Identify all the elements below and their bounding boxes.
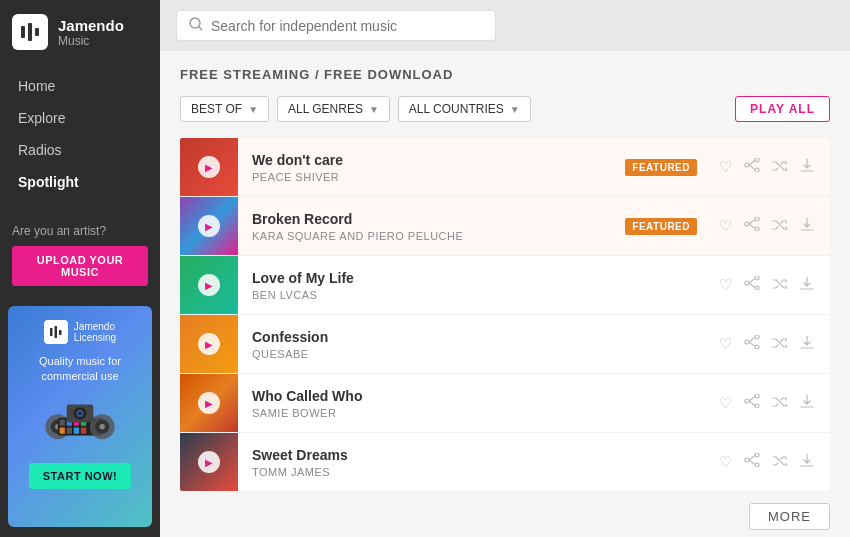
play-all-button[interactable]: PLAY ALL	[735, 96, 830, 122]
track-thumbnail[interactable]: ▶	[180, 315, 238, 373]
svg-rect-19	[81, 428, 86, 434]
svg-line-28	[199, 27, 202, 30]
svg-point-40	[755, 286, 759, 290]
download-icon[interactable]	[800, 453, 814, 472]
share-icon[interactable]	[744, 394, 760, 412]
more-button[interactable]: MORE	[749, 503, 830, 530]
track-thumbnail[interactable]: ▶	[180, 256, 238, 314]
upload-music-button[interactable]: UPLOAD YOUR MUSIC	[12, 246, 148, 286]
licensing-logo-icon	[44, 320, 68, 344]
sidebar-item-home[interactable]: Home	[0, 70, 160, 102]
track-info: Broken RecordKARA SQUARE AND PIERO PELUC…	[238, 201, 625, 252]
track-row: ▶Broken RecordKARA SQUARE AND PIERO PELU…	[180, 197, 830, 256]
jamendo-logo-icon	[12, 14, 48, 50]
track-actions: ♡	[719, 453, 830, 472]
track-artist: QUESABE	[252, 348, 705, 360]
sidebar-item-explore[interactable]: Explore	[0, 102, 160, 134]
download-icon[interactable]	[800, 276, 814, 295]
track-thumbnail[interactable]: ▶	[180, 374, 238, 432]
play-button[interactable]: ▶	[198, 451, 220, 473]
licensing-illustration	[40, 395, 120, 455]
like-icon[interactable]: ♡	[719, 453, 732, 471]
shuffle-icon[interactable]	[772, 395, 788, 412]
search-box[interactable]	[176, 10, 496, 41]
sort-filter-arrow: ▼	[248, 104, 258, 115]
track-actions: ♡	[719, 335, 830, 354]
svg-point-31	[745, 163, 749, 167]
country-filter-arrow: ▼	[510, 104, 520, 115]
track-actions: FEATURED♡	[625, 158, 830, 177]
svg-line-57	[749, 456, 755, 461]
track-artist: TOMM JAMES	[252, 466, 705, 478]
svg-point-55	[755, 463, 759, 467]
svg-point-41	[745, 281, 749, 285]
svg-line-38	[749, 224, 755, 229]
svg-rect-2	[28, 23, 32, 41]
download-icon[interactable]	[800, 394, 814, 413]
shuffle-icon[interactable]	[772, 336, 788, 353]
svg-point-44	[755, 335, 759, 339]
track-actions: ♡	[719, 394, 830, 413]
play-button[interactable]: ▶	[198, 392, 220, 414]
track-artist: PEACE SHIVER	[252, 171, 611, 183]
content-area: FREE STREAMING / FREE DOWNLOAD BEST OF ▼…	[160, 51, 850, 537]
track-artist: SAMIE BOWER	[252, 407, 705, 419]
share-icon[interactable]	[744, 158, 760, 176]
share-icon[interactable]	[744, 453, 760, 471]
share-icon[interactable]	[744, 276, 760, 294]
country-filter[interactable]: ALL COUNTRIES ▼	[398, 96, 531, 122]
shuffle-icon[interactable]	[772, 277, 788, 294]
play-button[interactable]: ▶	[198, 156, 220, 178]
play-button[interactable]: ▶	[198, 333, 220, 355]
genre-filter-label: ALL GENRES	[288, 102, 363, 116]
genre-filter-arrow: ▼	[369, 104, 379, 115]
track-info: Who Called WhoSAMIE BOWER	[238, 378, 719, 429]
logo-text: Jamendo Music	[58, 17, 124, 48]
like-icon[interactable]: ♡	[719, 276, 732, 294]
share-icon[interactable]	[744, 217, 760, 235]
like-icon[interactable]: ♡	[719, 158, 732, 176]
share-icon[interactable]	[744, 335, 760, 353]
track-title: Love of My Life	[252, 270, 705, 286]
svg-point-27	[190, 18, 200, 28]
track-row: ▶We don't carePEACE SHIVERFEATURED♡	[180, 138, 830, 197]
track-artist: KARA SQUARE AND PIERO PELUCHE	[252, 230, 611, 242]
track-row: ▶ConfessionQUESABE♡	[180, 315, 830, 374]
track-thumbnail[interactable]: ▶	[180, 433, 238, 491]
shuffle-icon[interactable]	[772, 454, 788, 471]
start-now-button[interactable]: START NOW!	[29, 463, 131, 489]
track-info: Sweet DreamsTOMM JAMES	[238, 437, 719, 488]
svg-point-51	[745, 399, 749, 403]
svg-point-49	[755, 394, 759, 398]
svg-line-42	[749, 279, 755, 284]
sidebar-item-spotlight[interactable]: Spotlight	[0, 166, 160, 198]
filters-row: BEST OF ▼ ALL GENRES ▼ ALL COUNTRIES ▼ P…	[180, 96, 830, 122]
track-actions: FEATURED♡	[625, 217, 830, 236]
svg-rect-18	[74, 428, 79, 434]
download-icon[interactable]	[800, 335, 814, 354]
download-icon[interactable]	[800, 217, 814, 236]
svg-rect-3	[35, 28, 39, 36]
track-thumbnail[interactable]: ▶	[180, 138, 238, 196]
svg-line-32	[749, 161, 755, 166]
like-icon[interactable]: ♡	[719, 335, 732, 353]
sidebar-item-radios[interactable]: Radios	[0, 134, 160, 166]
like-icon[interactable]: ♡	[719, 217, 732, 235]
track-title: Who Called Who	[252, 388, 705, 404]
search-icon	[189, 17, 203, 34]
genre-filter[interactable]: ALL GENRES ▼	[277, 96, 390, 122]
track-thumbnail[interactable]: ▶	[180, 197, 238, 255]
svg-point-30	[755, 168, 759, 172]
shuffle-icon[interactable]	[772, 218, 788, 235]
logo-area: Jamendo Music	[0, 0, 160, 64]
play-button[interactable]: ▶	[198, 215, 220, 237]
download-icon[interactable]	[800, 158, 814, 177]
svg-point-46	[745, 340, 749, 344]
search-input[interactable]	[211, 18, 471, 34]
sort-filter[interactable]: BEST OF ▼	[180, 96, 269, 122]
shuffle-icon[interactable]	[772, 159, 788, 176]
play-button[interactable]: ▶	[198, 274, 220, 296]
like-icon[interactable]: ♡	[719, 394, 732, 412]
svg-line-47	[749, 338, 755, 343]
svg-rect-17	[67, 428, 72, 434]
